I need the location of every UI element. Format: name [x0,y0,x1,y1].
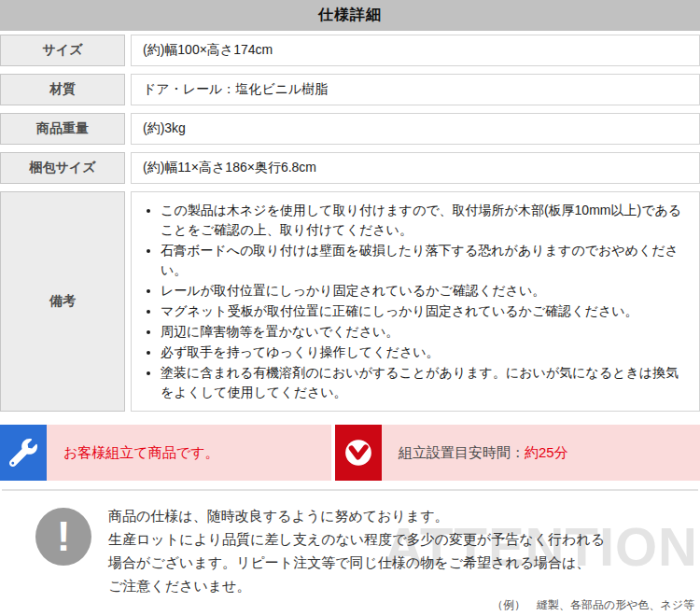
table-row: 材質 ドア・レール：塩化ビニル樹脂 [0,74,700,105]
attention-line: 場合がございます。リピート注文等で同じ仕様の物をご希望される場合は、 [108,551,605,574]
row-label-size: サイズ [0,35,125,66]
row-label-package-size: 梱包サイズ [0,152,125,184]
note-item: 必ず取手を持ってゆっくり操作してください。 [161,343,686,362]
assembly-banner-text: お客様組立て商品です。 [63,444,218,462]
assembly-time-banner: 組立設置目安時間：約25分 [335,425,700,481]
notes-list: この製品は木ネジを使用して取り付けますので、取付場所が木部(板厚10mm以上)で… [145,201,686,402]
attention-text: 商品の仕様は、随時改良するように努めております。 生産ロットにより品質に差し支え… [108,504,605,597]
table-row-notes: 備考 この製品は木ネジを使用して取り付けますので、取付場所が木部(板厚10mm以… [0,191,700,412]
row-value-weight: (約)3kg [131,113,700,145]
row-value-size: (約)幅100×高さ174cm [131,35,700,66]
table-row: サイズ (約)幅100×高さ174cm [0,35,700,66]
attention-line: ご注意くださいませ。 [108,574,605,597]
row-label-weight: 商品重量 [0,113,125,145]
note-item: 周辺に障害物等を置かないでください。 [161,322,686,342]
attention-line: 商品の仕様は、随時改良するように努めております。 [108,504,605,527]
info-banners: お客様組立て商品です。 組立設置目安時間：約25分 [0,425,700,481]
spec-header-title: 仕様詳細 [318,6,382,25]
row-label-material: 材質 [0,74,125,105]
spec-table: サイズ (約)幅100×高さ174cm 材質 ドア・レール：塩化ビニル樹脂 商品… [0,35,700,412]
clock-icon [335,425,382,481]
row-value-package-size: (約)幅11×高さ186×奥行6.8cm [131,152,700,184]
note-item: レールが取付位置にしっかり固定されているかご確認ください。 [161,281,686,301]
attention-notice: ATTENTION ! 商品の仕様は、随時改良するように努めております。 生産ロ… [0,489,700,616]
note-item: マグネット受板が取付位置に正確にしっかり固定されているかご確認ください。 [161,301,686,321]
time-banner-label: 組立設置目安時間： [399,444,525,462]
attention-example: （例） 縫製、各部品の形や色、ネジ等 [0,597,700,613]
exclamation-icon: ! [35,508,91,566]
table-row: 梱包サイズ (約)幅11×高さ186×奥行6.8cm [0,152,700,184]
note-item: 石膏ボードへの取り付けは壁面を破損したり落下する恐れがありますのでおやめください… [161,241,686,280]
wrench-icon [0,425,47,481]
note-item: 塗装に含まれる有機溶剤のにおいがすることがあります。においが気になるときは換気を… [161,363,686,402]
spec-header-bar: 仕様詳細 [0,0,700,31]
row-value-material: ドア・レール：塩化ビニル樹脂 [131,74,700,105]
row-label-notes: 備考 [0,191,125,412]
time-banner-value: 約25分 [525,444,568,462]
attention-line: 生産ロットにより品質に差し支えのない程度で多少の変更が予告なく行われる [108,527,605,551]
assembly-banner: お客様組立て商品です。 [0,425,331,481]
product-spec-section: 仕様詳細 サイズ (約)幅100×高さ174cm 材質 ドア・レール：塩化ビニル… [0,0,700,616]
row-value-notes: この製品は木ネジを使用して取り付けますので、取付場所が木部(板厚10mm以上)で… [131,191,700,412]
note-item: この製品は木ネジを使用して取り付けますので、取付場所が木部(板厚10mm以上)で… [161,201,686,240]
table-row: 商品重量 (約)3kg [0,113,700,145]
